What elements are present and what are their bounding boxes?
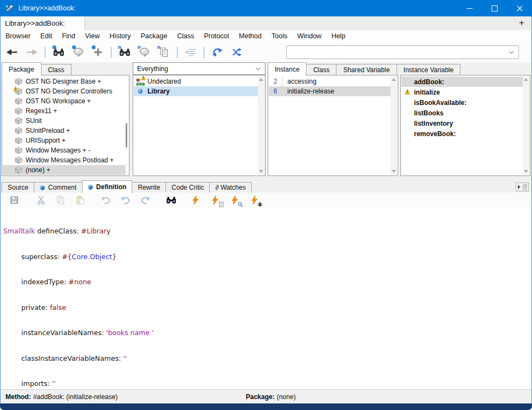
package-item[interactable]: URISupport +	[3, 136, 126, 145]
package-item[interactable]: OST NG Designer Base +	[3, 77, 126, 86]
tab-code-critic[interactable]: Code Critic	[165, 182, 210, 192]
browse-new-class-button[interactable]	[51, 45, 66, 60]
menu-protocol[interactable]: Protocol	[199, 30, 234, 42]
inspect-next-button[interactable]: »	[137, 45, 152, 60]
menu-browser[interactable]: Browser	[1, 30, 36, 42]
format-source-button[interactable]	[183, 45, 198, 60]
class-label: Undeclared	[147, 78, 181, 85]
code-line: superclass: #{Core.Object}	[3, 253, 531, 261]
add-item-button[interactable]	[90, 45, 105, 60]
refresh-button[interactable]	[210, 45, 225, 60]
save-button[interactable]	[7, 194, 21, 207]
package-item-selected[interactable]: (none) +	[3, 165, 126, 175]
tab-instance[interactable]: Instance	[268, 62, 306, 75]
find-button[interactable]	[164, 194, 178, 207]
method-list-scrollbar[interactable]	[523, 76, 529, 175]
package-item[interactable]: SUnitPreload +	[3, 126, 126, 136]
toggle-order-button[interactable]	[229, 45, 245, 60]
copy-next-button[interactable]: »	[156, 45, 172, 60]
toolbar-separator	[204, 47, 204, 58]
paste-button[interactable]	[73, 194, 87, 207]
category-list[interactable]: 2accessing 6initialize-release	[268, 75, 398, 176]
menu-edit[interactable]: Edit	[36, 30, 57, 42]
menu-tools[interactable]: Tools	[267, 30, 292, 42]
method-item[interactable]: removeBook:	[401, 128, 523, 139]
scroll-up-icon[interactable]	[259, 78, 263, 81]
document-tab-active[interactable]: Library>>addBook:	[0, 16, 85, 30]
tab-rewrite[interactable]: Rewrite	[132, 182, 166, 192]
menu-window[interactable]: Window	[292, 30, 326, 42]
undo-button[interactable]	[119, 194, 133, 207]
format-lines-icon	[185, 48, 197, 56]
category-item[interactable]: 2accessing	[269, 77, 391, 86]
code-toolbar	[0, 192, 532, 208]
tab-class-side[interactable]: Class	[306, 64, 336, 75]
browse-next-button[interactable]: »	[117, 45, 132, 60]
tab-watches[interactable]: ∂ Watches	[209, 182, 252, 192]
pane-splitter-button[interactable]	[516, 183, 529, 191]
maximize-button[interactable]	[482, 0, 507, 16]
package-item[interactable]: Window Messages + -	[3, 145, 126, 155]
tab-shared-variable[interactable]: Shared Variable	[336, 64, 397, 75]
evaluate-button[interactable]	[188, 194, 203, 207]
package-item[interactable]: Window Messages Postload +	[3, 155, 126, 165]
method-item[interactable]: isBookAvailable:	[401, 97, 523, 108]
menu-method[interactable]: Method	[234, 30, 267, 42]
scroll-down-icon[interactable]	[524, 170, 528, 173]
copy-button[interactable]	[54, 194, 68, 207]
method-item[interactable]: initialize	[401, 87, 523, 97]
magnifier-overlay-icon	[238, 202, 243, 207]
method-item-selected[interactable]: addBook:	[401, 77, 523, 87]
new-tab-button[interactable]: +	[516, 17, 528, 29]
method-list[interactable]: addBook: initialize isBookAvailable: lis…	[400, 75, 530, 176]
close-button[interactable]	[507, 0, 532, 16]
package-list-scrollbar[interactable]	[126, 123, 127, 148]
menu-package[interactable]: Package	[136, 30, 173, 42]
titlebar[interactable]: Library>>addBook:	[0, 0, 532, 16]
inspect-result-button[interactable]	[228, 194, 242, 207]
class-list[interactable]: Undeclared Library	[133, 75, 265, 176]
nav-forward-button[interactable]	[24, 45, 39, 60]
class-item-selected[interactable]: Library	[134, 86, 258, 96]
category-item-selected[interactable]: 6initialize-release	[269, 86, 391, 96]
scroll-up-icon[interactable]	[524, 78, 528, 81]
package-item[interactable]: Regex11 +	[3, 106, 126, 116]
tab-comment[interactable]: Comment	[34, 182, 82, 192]
cut-button[interactable]	[34, 194, 48, 207]
scroll-down-icon[interactable]	[392, 170, 396, 173]
search-input[interactable]	[290, 47, 504, 57]
search-combobox[interactable]	[286, 45, 519, 59]
package-list[interactable]: OST NG Designer Base + OST NG Designer C…	[2, 75, 129, 176]
package-item[interactable]: OST NG Designer Controllers	[3, 86, 126, 96]
package-item[interactable]: SUnit	[3, 116, 126, 126]
minimize-button[interactable]	[457, 0, 482, 16]
method-item[interactable]: listInventory	[401, 118, 523, 128]
scroll-down-icon[interactable]	[259, 170, 263, 173]
category-list-scrollbar[interactable]	[391, 76, 397, 175]
menu-find[interactable]: Find	[57, 30, 80, 42]
menu-class[interactable]: Class	[172, 30, 199, 42]
class-item[interactable]: Undeclared	[134, 77, 258, 86]
nav-back-button[interactable]	[4, 45, 20, 60]
inspect-new-button[interactable]	[70, 45, 86, 60]
menu-help[interactable]: Help	[327, 30, 351, 42]
revert-button[interactable]	[99, 194, 113, 207]
redo-button[interactable]	[138, 194, 152, 207]
class-filter-select[interactable]: Everything	[133, 62, 265, 75]
tab-definition[interactable]: Definition	[82, 180, 132, 193]
bug-overlay-icon	[257, 202, 263, 207]
class-list-scrollbar[interactable]	[258, 76, 264, 175]
scroll-up-icon[interactable]	[392, 78, 396, 81]
tab-source[interactable]: Source	[2, 182, 34, 192]
tab-instance-variable[interactable]: Instance Variable	[397, 64, 461, 75]
tab-package[interactable]: Package	[2, 62, 42, 75]
method-item[interactable]: listBooks	[401, 108, 523, 118]
package-item[interactable]: OST NG Workspace +	[3, 96, 126, 106]
undeclared-icon	[136, 77, 145, 86]
menu-view[interactable]: View	[80, 30, 105, 42]
debug-button[interactable]	[247, 194, 262, 207]
display-result-button[interactable]	[208, 194, 222, 207]
tab-class[interactable]: Class	[41, 64, 72, 75]
menu-history[interactable]: History	[105, 30, 136, 42]
code-editor[interactable]: Smalltalk defineClass: #Library supercla…	[1, 208, 531, 389]
